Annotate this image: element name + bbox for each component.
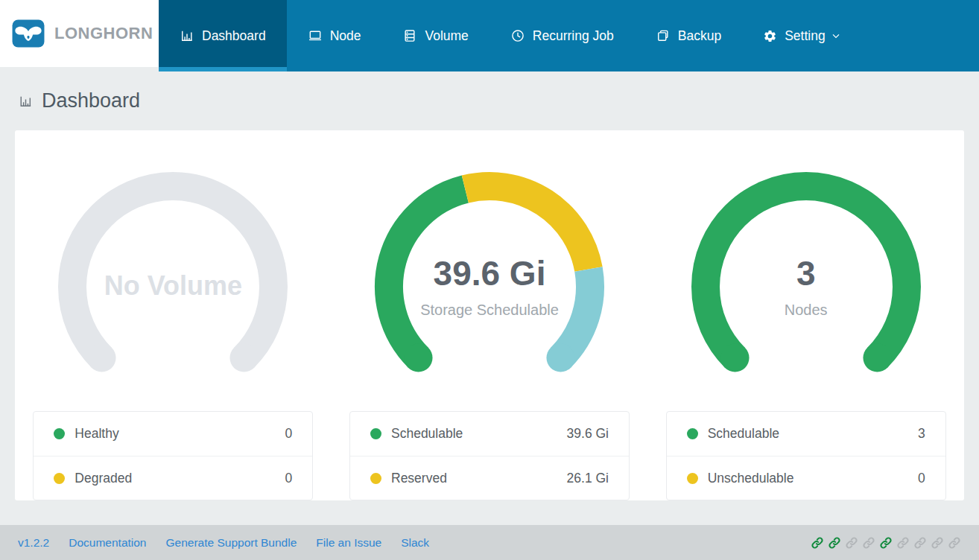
volume-donut-chart: No Volume [54,168,292,384]
chevron-down-icon [830,30,842,42]
documentation-link[interactable]: Documentation [69,536,146,550]
bar-chart-icon [180,28,194,43]
storage-donut-chart: 39.6 Gi Storage Schedulable [370,168,609,384]
chain-link-icon [862,536,875,550]
legend-value: 26.1 Gi [567,471,609,486]
longhorn-logo[interactable]: LONGHORN [0,0,159,67]
legend-color-dot [370,473,381,484]
tab-setting[interactable]: Setting [742,0,862,71]
longhorn-bull-icon [11,19,45,48]
main-nav: Dashboard Node Volume Recurring Job [159,0,979,71]
copy-icon [656,28,671,43]
nodes-gauge-arc [687,168,925,406]
chain-link-icon [931,536,944,550]
version-link[interactable]: v1.2.2 [18,536,49,550]
tab-dashboard[interactable]: Dashboard [159,0,287,71]
nodes-legend: Schedulable3Unschedulable0 [666,411,946,500]
nodes-section: 3 Nodes Schedulable3Unschedulable0 [647,130,964,500]
legend-value: 3 [918,426,925,442]
connection-status-icons [811,536,961,550]
legend-value: 0 [285,471,293,486]
page-title-row: Dashboard [18,89,979,112]
server-stack-icon [402,28,417,43]
tab-label: Dashboard [202,28,266,44]
tab-volume[interactable]: Volume [381,0,489,71]
volume-section: No Volume Healthy0Degraded0 [15,130,332,500]
chain-link-icon [948,536,961,550]
brand-name: LONGHORN [54,24,153,43]
dashboard-panel: No Volume Healthy0Degraded0 39.6 Gi Stor… [15,130,964,500]
nodes-donut-chart: 3 Nodes [687,168,925,384]
storage-gauge-arc [370,168,609,406]
legend-color-dot [370,428,381,439]
footer-bar: v1.2.2 Documentation Generate Support Bu… [0,525,979,560]
legend-value: 0 [285,426,293,442]
legend-label: Unschedulable [708,471,794,486]
tab-backup[interactable]: Setting Backup [635,0,742,71]
legend-row: Degraded0 [34,456,312,500]
laptop-icon [308,28,323,43]
legend-row: Schedulable39.6 Gi [350,412,629,456]
chain-link-icon [896,536,910,550]
legend-color-dot [54,473,65,484]
tab-node[interactable]: Node [287,0,382,71]
bar-chart-icon [18,94,34,109]
tab-label: Node [330,28,361,44]
legend-label: Schedulable [391,426,463,442]
legend-value: 0 [918,471,925,486]
chain-link-icon [811,536,824,550]
top-nav-bar: LONGHORN Dashboard Node Volume [0,0,979,71]
clock-icon [510,28,525,43]
legend-row: Healthy0 [34,412,312,456]
legend-color-dot [687,428,698,439]
tab-label: Volume [425,28,468,44]
legend-color-dot [687,473,698,484]
page-title: Dashboard [42,89,140,112]
chain-link-icon [913,536,927,550]
legend-row: Reserved26.1 Gi [350,456,629,500]
legend-label: Degraded [75,471,132,486]
tab-recurring-job[interactable]: Recurring Job [490,0,635,71]
legend-row: Unschedulable0 [667,456,945,500]
legend-row: Schedulable3 [667,412,945,456]
storage-section: 39.6 Gi Storage Schedulable Schedulable3… [332,130,648,500]
tab-label: Setting [785,28,825,44]
volume-legend: Healthy0Degraded0 [33,411,313,500]
legend-label: Schedulable [708,426,779,442]
file-an-issue-link[interactable]: File an Issue [316,536,381,550]
dashboard-page: Dashboard No Volume Healthy0Degraded0 39… [0,89,979,112]
legend-value: 39.6 Gi [567,426,609,442]
slack-link[interactable]: Slack [401,536,429,550]
volume-gauge-arc [54,168,292,406]
legend-label: Reserved [391,471,447,486]
legend-label: Healthy [75,426,118,442]
chain-link-icon [828,536,841,550]
tab-label: Backup [678,28,721,44]
legend-color-dot [54,428,65,439]
generate-support-bundle-link[interactable]: Generate Support Bundle [166,536,297,550]
chain-link-icon [879,536,893,550]
tab-label: Recurring Job [533,28,614,44]
gear-icon [763,29,777,43]
chain-link-icon [845,536,858,550]
storage-legend: Schedulable39.6 GiReserved26.1 Gi [349,411,630,500]
